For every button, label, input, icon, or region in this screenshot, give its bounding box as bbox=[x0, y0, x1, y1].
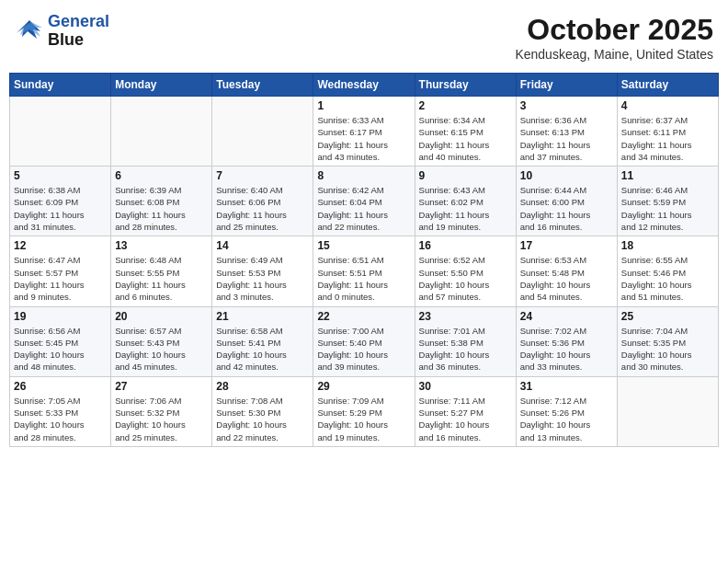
day-info: Sunrise: 7:01 AM Sunset: 5:38 PM Dayligh… bbox=[419, 325, 512, 373]
day-info: Sunrise: 6:46 AM Sunset: 5:59 PM Dayligh… bbox=[621, 184, 714, 233]
day-info: Sunrise: 6:42 AM Sunset: 6:04 PM Dayligh… bbox=[317, 184, 410, 233]
svg-marker-1 bbox=[18, 22, 42, 37]
day-number: 21 bbox=[216, 310, 309, 323]
day-number: 5 bbox=[14, 169, 107, 182]
calendar-cell: 12Sunrise: 6:47 AM Sunset: 5:57 PM Dayli… bbox=[10, 236, 111, 306]
day-number: 3 bbox=[520, 99, 613, 112]
week-row-2: 5Sunrise: 6:38 AM Sunset: 6:09 PM Daylig… bbox=[10, 167, 719, 236]
day-info: Sunrise: 6:34 AM Sunset: 6:15 PM Dayligh… bbox=[419, 114, 512, 163]
calendar-cell: 6Sunrise: 6:39 AM Sunset: 6:08 PM Daylig… bbox=[111, 167, 212, 236]
calendar-cell: 9Sunrise: 6:43 AM Sunset: 6:02 PM Daylig… bbox=[415, 167, 516, 236]
weekday-header-sunday: Sunday bbox=[10, 74, 111, 97]
calendar-cell: 29Sunrise: 7:09 AM Sunset: 5:29 PM Dayli… bbox=[313, 376, 415, 446]
day-info: Sunrise: 6:43 AM Sunset: 6:02 PM Dayligh… bbox=[419, 184, 512, 233]
weekday-header-tuesday: Tuesday bbox=[212, 74, 313, 97]
weekday-header-saturday: Saturday bbox=[617, 74, 718, 97]
day-number: 24 bbox=[520, 310, 613, 323]
day-number: 25 bbox=[621, 310, 714, 323]
calendar-cell: 15Sunrise: 6:51 AM Sunset: 5:51 PM Dayli… bbox=[313, 236, 415, 306]
weekday-header-thursday: Thursday bbox=[415, 74, 516, 97]
day-number: 12 bbox=[14, 239, 107, 252]
day-info: Sunrise: 6:37 AM Sunset: 6:11 PM Dayligh… bbox=[621, 114, 714, 163]
logo-icon bbox=[15, 18, 44, 44]
calendar-cell: 27Sunrise: 7:06 AM Sunset: 5:32 PM Dayli… bbox=[111, 376, 212, 446]
calendar-cell: 11Sunrise: 6:46 AM Sunset: 5:59 PM Dayli… bbox=[617, 167, 718, 236]
weekday-header-friday: Friday bbox=[516, 74, 617, 97]
week-row-5: 26Sunrise: 7:05 AM Sunset: 5:33 PM Dayli… bbox=[10, 376, 719, 446]
day-number: 15 bbox=[317, 239, 410, 252]
day-number: 10 bbox=[520, 169, 613, 182]
day-number: 4 bbox=[621, 99, 714, 112]
day-number: 19 bbox=[14, 310, 107, 323]
day-number: 20 bbox=[115, 310, 208, 323]
logo-general: General bbox=[48, 12, 109, 30]
calendar-cell: 31Sunrise: 7:12 AM Sunset: 5:26 PM Dayli… bbox=[516, 376, 617, 446]
day-info: Sunrise: 7:08 AM Sunset: 5:30 PM Dayligh… bbox=[216, 395, 309, 443]
location: Kenduskeag, Maine, United States bbox=[515, 47, 713, 62]
day-number: 27 bbox=[115, 380, 208, 393]
day-number: 29 bbox=[317, 380, 410, 393]
calendar-cell bbox=[10, 97, 111, 167]
day-number: 28 bbox=[216, 380, 309, 393]
calendar-cell: 10Sunrise: 6:44 AM Sunset: 6:00 PM Dayli… bbox=[516, 167, 617, 236]
day-info: Sunrise: 6:56 AM Sunset: 5:45 PM Dayligh… bbox=[14, 325, 107, 373]
calendar-cell: 17Sunrise: 6:53 AM Sunset: 5:48 PM Dayli… bbox=[516, 236, 617, 306]
calendar-cell: 30Sunrise: 7:11 AM Sunset: 5:27 PM Dayli… bbox=[415, 376, 516, 446]
calendar-cell: 21Sunrise: 6:58 AM Sunset: 5:41 PM Dayli… bbox=[212, 306, 313, 376]
day-number: 9 bbox=[419, 169, 512, 182]
day-info: Sunrise: 6:53 AM Sunset: 5:48 PM Dayligh… bbox=[520, 254, 613, 303]
day-number: 8 bbox=[317, 169, 410, 182]
calendar-cell: 3Sunrise: 6:36 AM Sunset: 6:13 PM Daylig… bbox=[516, 97, 617, 167]
logo: General Blue bbox=[15, 13, 109, 50]
weekday-header-monday: Monday bbox=[111, 74, 212, 97]
day-number: 13 bbox=[115, 239, 208, 252]
calendar-cell bbox=[212, 97, 313, 167]
day-info: Sunrise: 7:11 AM Sunset: 5:27 PM Dayligh… bbox=[419, 395, 512, 443]
calendar-cell: 13Sunrise: 6:48 AM Sunset: 5:55 PM Dayli… bbox=[111, 236, 212, 306]
weekday-header-row: SundayMondayTuesdayWednesdayThursdayFrid… bbox=[10, 74, 719, 97]
day-number: 11 bbox=[621, 169, 714, 182]
calendar-cell: 22Sunrise: 7:00 AM Sunset: 5:40 PM Dayli… bbox=[313, 306, 415, 376]
day-number: 23 bbox=[419, 310, 512, 323]
day-info: Sunrise: 6:48 AM Sunset: 5:55 PM Dayligh… bbox=[115, 254, 208, 303]
day-number: 22 bbox=[317, 310, 410, 323]
day-info: Sunrise: 7:09 AM Sunset: 5:29 PM Dayligh… bbox=[317, 395, 410, 443]
calendar-cell: 28Sunrise: 7:08 AM Sunset: 5:30 PM Dayli… bbox=[212, 376, 313, 446]
day-info: Sunrise: 6:51 AM Sunset: 5:51 PM Dayligh… bbox=[317, 254, 410, 303]
day-info: Sunrise: 6:52 AM Sunset: 5:50 PM Dayligh… bbox=[419, 254, 512, 303]
day-info: Sunrise: 7:12 AM Sunset: 5:26 PM Dayligh… bbox=[520, 395, 613, 443]
day-info: Sunrise: 7:02 AM Sunset: 5:36 PM Dayligh… bbox=[520, 325, 613, 373]
day-info: Sunrise: 6:57 AM Sunset: 5:43 PM Dayligh… bbox=[115, 325, 208, 373]
calendar-cell: 7Sunrise: 6:40 AM Sunset: 6:06 PM Daylig… bbox=[212, 167, 313, 236]
day-info: Sunrise: 7:04 AM Sunset: 5:35 PM Dayligh… bbox=[621, 325, 714, 373]
calendar-cell: 8Sunrise: 6:42 AM Sunset: 6:04 PM Daylig… bbox=[313, 167, 415, 236]
day-number: 26 bbox=[14, 380, 107, 393]
day-info: Sunrise: 6:55 AM Sunset: 5:46 PM Dayligh… bbox=[621, 254, 714, 303]
day-info: Sunrise: 6:40 AM Sunset: 6:06 PM Dayligh… bbox=[216, 184, 309, 233]
day-number: 1 bbox=[317, 99, 410, 112]
day-info: Sunrise: 7:05 AM Sunset: 5:33 PM Dayligh… bbox=[14, 395, 107, 443]
day-info: Sunrise: 7:06 AM Sunset: 5:32 PM Dayligh… bbox=[115, 395, 208, 443]
day-number: 2 bbox=[419, 99, 512, 112]
weekday-header-wednesday: Wednesday bbox=[313, 74, 415, 97]
calendar-cell: 20Sunrise: 6:57 AM Sunset: 5:43 PM Dayli… bbox=[111, 306, 212, 376]
calendar-cell: 5Sunrise: 6:38 AM Sunset: 6:09 PM Daylig… bbox=[10, 167, 111, 236]
calendar-cell: 24Sunrise: 7:02 AM Sunset: 5:36 PM Dayli… bbox=[516, 306, 617, 376]
day-info: Sunrise: 6:49 AM Sunset: 5:53 PM Dayligh… bbox=[216, 254, 309, 303]
calendar-cell: 1Sunrise: 6:33 AM Sunset: 6:17 PM Daylig… bbox=[313, 97, 415, 167]
calendar-cell: 23Sunrise: 7:01 AM Sunset: 5:38 PM Dayli… bbox=[415, 306, 516, 376]
day-number: 7 bbox=[216, 169, 309, 182]
calendar: SundayMondayTuesdayWednesdayThursdayFrid… bbox=[9, 73, 719, 447]
day-info: Sunrise: 6:38 AM Sunset: 6:09 PM Dayligh… bbox=[14, 184, 107, 233]
calendar-cell bbox=[111, 97, 212, 167]
calendar-cell: 25Sunrise: 7:04 AM Sunset: 5:35 PM Dayli… bbox=[617, 306, 718, 376]
day-number: 30 bbox=[419, 380, 512, 393]
month-title: October 2025 bbox=[515, 13, 713, 47]
day-number: 14 bbox=[216, 239, 309, 252]
calendar-cell: 26Sunrise: 7:05 AM Sunset: 5:33 PM Dayli… bbox=[10, 376, 111, 446]
week-row-3: 12Sunrise: 6:47 AM Sunset: 5:57 PM Dayli… bbox=[10, 236, 719, 306]
day-number: 17 bbox=[520, 239, 613, 252]
day-info: Sunrise: 6:33 AM Sunset: 6:17 PM Dayligh… bbox=[317, 114, 410, 163]
calendar-cell: 14Sunrise: 6:49 AM Sunset: 5:53 PM Dayli… bbox=[212, 236, 313, 306]
day-info: Sunrise: 7:00 AM Sunset: 5:40 PM Dayligh… bbox=[317, 325, 410, 373]
